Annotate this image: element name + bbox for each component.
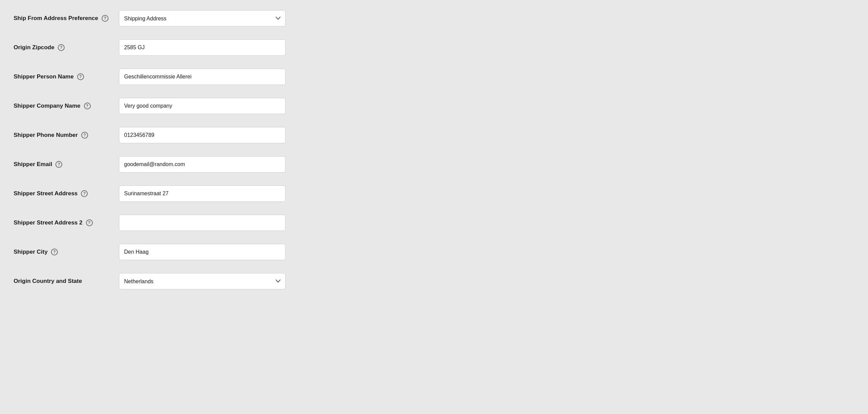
label-shipper-person-name: Shipper Person Name — [14, 73, 74, 80]
form-row-origin-country-and-state: Origin Country and StateNetherlandsBelgi… — [14, 273, 306, 289]
form-row-shipper-street-address-2: Shipper Street Address 2? — [14, 215, 306, 231]
input-shipper-email[interactable] — [119, 156, 286, 173]
input-shipper-person-name[interactable] — [119, 69, 286, 85]
label-group-shipper-company-name: Shipper Company Name? — [14, 103, 119, 109]
select-ship-from-address-preference[interactable]: Shipping AddressWarehouse AddressCustom … — [119, 10, 286, 26]
input-shipper-street-address-2[interactable] — [119, 215, 286, 231]
label-group-origin-country-and-state: Origin Country and State — [14, 278, 119, 285]
help-icon-ship-from-address-preference[interactable]: ? — [102, 15, 108, 22]
label-ship-from-address-preference: Ship From Address Preference — [14, 15, 98, 22]
label-group-shipper-city: Shipper City? — [14, 249, 119, 255]
label-shipper-city: Shipper City — [14, 249, 48, 255]
input-shipper-city[interactable] — [119, 244, 286, 260]
form-row-origin-zipcode: Origin Zipcode? — [14, 39, 306, 56]
form-row-shipper-phone-number: Shipper Phone Number? — [14, 127, 306, 143]
label-shipper-phone-number: Shipper Phone Number — [14, 132, 78, 139]
form-row-ship-from-address-preference: Ship From Address Preference?Shipping Ad… — [14, 10, 306, 26]
input-shipper-phone-number[interactable] — [119, 127, 286, 143]
label-shipper-street-address-2: Shipper Street Address 2 — [14, 219, 83, 226]
label-shipper-email: Shipper Email — [14, 161, 52, 168]
help-icon-shipper-company-name[interactable]: ? — [84, 103, 91, 109]
form-row-shipper-company-name: Shipper Company Name? — [14, 98, 306, 114]
help-icon-shipper-phone-number[interactable]: ? — [81, 132, 88, 139]
label-group-shipper-email: Shipper Email? — [14, 161, 119, 168]
label-group-shipper-street-address: Shipper Street Address? — [14, 190, 119, 197]
help-icon-shipper-person-name[interactable]: ? — [77, 73, 84, 80]
form-container: Ship From Address Preference?Shipping Ad… — [14, 10, 306, 289]
label-group-origin-zipcode: Origin Zipcode? — [14, 44, 119, 51]
help-icon-shipper-street-address[interactable]: ? — [81, 190, 88, 197]
help-icon-shipper-street-address-2[interactable]: ? — [86, 219, 93, 226]
label-group-shipper-phone-number: Shipper Phone Number? — [14, 132, 119, 139]
input-shipper-company-name[interactable] — [119, 98, 286, 114]
form-row-shipper-street-address: Shipper Street Address? — [14, 185, 306, 202]
label-origin-zipcode: Origin Zipcode — [14, 44, 54, 51]
input-origin-zipcode[interactable] — [119, 39, 286, 56]
label-group-shipper-street-address-2: Shipper Street Address 2? — [14, 219, 119, 226]
form-row-shipper-email: Shipper Email? — [14, 156, 306, 173]
help-icon-shipper-email[interactable]: ? — [55, 161, 62, 168]
form-row-shipper-person-name: Shipper Person Name? — [14, 69, 306, 85]
label-shipper-street-address: Shipper Street Address — [14, 190, 78, 197]
select-origin-country-and-state[interactable]: NetherlandsBelgiumGermanyFranceUnited Ki… — [119, 273, 286, 289]
help-icon-shipper-city[interactable]: ? — [51, 249, 58, 255]
label-group-ship-from-address-preference: Ship From Address Preference? — [14, 15, 119, 22]
label-group-shipper-person-name: Shipper Person Name? — [14, 73, 119, 80]
help-icon-origin-zipcode[interactable]: ? — [58, 44, 65, 51]
label-origin-country-and-state: Origin Country and State — [14, 278, 82, 285]
label-shipper-company-name: Shipper Company Name — [14, 103, 81, 109]
input-shipper-street-address[interactable] — [119, 185, 286, 202]
form-row-shipper-city: Shipper City? — [14, 244, 306, 260]
